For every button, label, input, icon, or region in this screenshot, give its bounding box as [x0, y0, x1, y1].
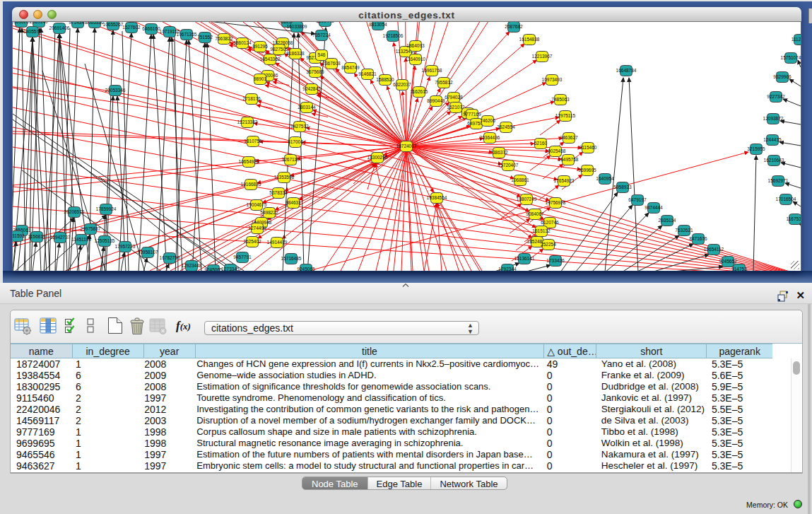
svg-text:15716485: 15716485	[281, 256, 302, 261]
svg-text:16961758: 16961758	[422, 68, 442, 73]
svg-text:18807249: 18807249	[517, 197, 537, 201]
svg-text:15692971: 15692971	[768, 178, 789, 183]
svg-text:11353598: 11353598	[274, 175, 295, 180]
svg-text:12213383: 12213383	[237, 119, 258, 124]
svg-text:10655267: 10655267	[13, 22, 32, 24]
svg-text:7955812: 7955812	[435, 80, 453, 85]
svg-text:10655267: 10655267	[103, 22, 124, 27]
svg-text:891295: 891295	[252, 44, 268, 49]
svg-text:6120746: 6120746	[541, 220, 559, 225]
svg-text:546: 546	[318, 52, 326, 57]
svg-text:6322037: 6322037	[393, 82, 411, 87]
svg-text:1615132: 1615132	[532, 228, 551, 233]
svg-text:12213967: 12213967	[532, 54, 553, 59]
svg-text:1640954: 1640954	[596, 176, 614, 181]
svg-text:3675685: 3675685	[306, 69, 324, 74]
svg-text:2718176: 2718176	[242, 96, 261, 101]
svg-text:20053346: 20053346	[105, 88, 126, 93]
svg-text:8186328: 8186328	[286, 51, 305, 56]
svg-text:12942737: 12942737	[50, 235, 71, 240]
svg-text:11640910: 11640910	[406, 57, 426, 62]
svg-text:10671355: 10671355	[177, 32, 197, 37]
svg-text:5378334: 5378334	[269, 190, 288, 195]
svg-text:12923448: 12923448	[182, 263, 202, 268]
svg-text:20206576: 20206576	[64, 209, 85, 214]
svg-text:9146821: 9146821	[358, 71, 377, 76]
svg-text:8990448: 8990448	[316, 22, 334, 23]
svg-text:2803144: 2803144	[298, 105, 316, 110]
svg-text:9474444: 9474444	[645, 205, 663, 210]
svg-text:7632621: 7632621	[675, 228, 693, 233]
svg-text:9329966: 9329966	[773, 74, 792, 79]
svg-text:19756928: 19756928	[546, 200, 566, 205]
svg-text:17859924: 17859924	[96, 206, 117, 211]
svg-text:16543362: 16543362	[260, 57, 281, 62]
svg-text:18300295: 18300295	[367, 155, 388, 160]
svg-text:746206: 746206	[480, 118, 495, 123]
svg-text:9714349: 9714349	[69, 22, 87, 25]
svg-text:7357224: 7357224	[312, 33, 331, 37]
svg-text:1792344: 1792344	[498, 267, 517, 271]
svg-text:751552: 751552	[197, 35, 213, 40]
svg-text:1065326: 1065326	[86, 22, 104, 25]
svg-text:9463627: 9463627	[560, 135, 578, 140]
svg-text:12093872: 12093872	[763, 116, 784, 121]
svg-text:3215955: 3215955	[747, 146, 765, 151]
svg-text:984631: 984631	[286, 200, 301, 205]
svg-text:19004675: 19004675	[247, 202, 267, 207]
svg-text:11451194: 11451194	[71, 237, 91, 242]
svg-text:6794028: 6794028	[445, 95, 463, 100]
svg-text:18724007: 18724007	[396, 144, 417, 148]
svg-text:9699695: 9699695	[578, 168, 596, 173]
svg-text:12975115: 12975115	[555, 113, 576, 118]
svg-text:14914479: 14914479	[267, 240, 288, 245]
svg-text:10654923: 10654923	[239, 159, 259, 164]
svg-text:1068861: 1068861	[511, 177, 529, 182]
svg-text:8990448: 8990448	[427, 98, 445, 103]
svg-text:2367608: 2367608	[322, 61, 341, 66]
svg-text:2935114: 2935114	[659, 218, 676, 223]
svg-text:252254: 252254	[541, 242, 556, 247]
svg-text:19218506: 19218506	[383, 33, 404, 38]
svg-text:8471676: 8471676	[689, 236, 707, 241]
svg-text:9457791: 9457791	[233, 255, 252, 259]
svg-text:8860124: 8860124	[233, 40, 252, 45]
svg-text:1810755: 1810755	[244, 139, 262, 144]
svg-text:29975887: 29975887	[81, 226, 101, 231]
svg-text:10973493: 10973493	[542, 77, 563, 82]
svg-text:9777169: 9777169	[463, 112, 481, 117]
svg-text:1273345: 1273345	[221, 267, 240, 271]
svg-text:5498222: 5498222	[260, 210, 278, 215]
svg-text:1244415: 1244415	[763, 137, 782, 142]
svg-text:9227342: 9227342	[767, 94, 785, 99]
svg-text:17654923: 17654923	[554, 178, 575, 183]
svg-text:9084067: 9084067	[526, 211, 544, 216]
svg-text:62160: 62160	[534, 141, 547, 146]
svg-text:16033809: 16033809	[287, 24, 307, 29]
svg-text:16648784: 16648784	[616, 68, 637, 73]
svg-text:16210643: 16210643	[764, 158, 784, 163]
svg-text:7625402: 7625402	[243, 239, 261, 244]
svg-text:10654112: 10654112	[704, 247, 724, 252]
svg-text:15136141: 15136141	[514, 256, 535, 261]
svg-text:3624554: 3624554	[497, 124, 515, 129]
svg-text:417004: 417004	[288, 139, 303, 144]
svg-text:1112498: 1112498	[792, 37, 801, 42]
svg-text:15720407: 15720407	[498, 163, 519, 168]
svg-text:1274499: 1274499	[248, 226, 266, 230]
svg-text:1864093: 1864093	[406, 43, 425, 48]
svg-text:9827505: 9827505	[270, 47, 288, 52]
svg-text:1527602: 1527602	[122, 25, 141, 30]
svg-text:98901: 98901	[254, 76, 266, 81]
svg-text:10958107: 10958107	[138, 250, 158, 255]
svg-text:10025458: 10025458	[546, 148, 566, 153]
svg-text:1405572: 1405572	[23, 29, 42, 34]
svg-text:15751074: 15751074	[781, 55, 801, 60]
svg-text:1156819: 1156819	[28, 234, 46, 239]
svg-text:8454749: 8454749	[341, 65, 360, 70]
svg-text:7485063: 7485063	[551, 97, 570, 102]
svg-text:19384554: 19384554	[427, 195, 447, 200]
svg-text:3267110: 3267110	[282, 157, 300, 162]
svg-text:6479197: 6479197	[628, 197, 647, 202]
svg-text:331591: 331591	[13, 233, 25, 238]
